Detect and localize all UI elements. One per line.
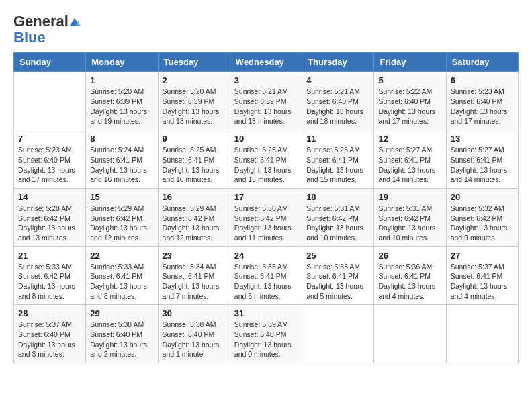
day-info: Sunrise: 5:28 AMSunset: 6:42 PMDaylight:… <box>18 203 81 243</box>
day-info: Sunrise: 5:37 AMSunset: 6:40 PMDaylight:… <box>18 320 81 359</box>
day-info: Sunrise: 5:35 AMSunset: 6:41 PMDaylight:… <box>234 262 298 302</box>
weekday-header-thursday: Thursday <box>302 53 374 72</box>
day-info: Sunrise: 5:31 AMSunset: 6:42 PMDaylight:… <box>378 203 441 243</box>
week-row-2: 7Sunrise: 5:23 AMSunset: 6:40 PMDaylight… <box>14 130 519 189</box>
week-row-5: 28Sunrise: 5:37 AMSunset: 6:40 PMDayligh… <box>14 305 519 363</box>
day-info: Sunrise: 5:29 AMSunset: 6:42 PMDaylight:… <box>163 203 226 243</box>
day-info: Sunrise: 5:23 AMSunset: 6:40 PMDaylight:… <box>18 145 81 185</box>
weekday-header-row: SundayMondayTuesdayWednesdayThursdayFrid… <box>14 53 519 72</box>
day-cell: 30Sunrise: 5:38 AMSunset: 6:40 PMDayligh… <box>158 305 230 363</box>
day-info: Sunrise: 5:33 AMSunset: 6:41 PMDaylight:… <box>90 262 153 302</box>
day-cell <box>374 305 446 363</box>
day-cell <box>446 305 518 363</box>
day-number: 16 <box>163 192 226 202</box>
day-info: Sunrise: 5:20 AMSunset: 6:39 PMDaylight:… <box>90 87 153 126</box>
day-cell: 5Sunrise: 5:22 AMSunset: 6:40 PMDaylight… <box>374 72 446 130</box>
day-number: 2 <box>163 75 226 85</box>
day-info: Sunrise: 5:38 AMSunset: 6:40 PMDaylight:… <box>163 320 226 359</box>
day-cell: 28Sunrise: 5:37 AMSunset: 6:40 PMDayligh… <box>14 305 86 363</box>
logo-icon <box>69 16 81 28</box>
day-number: 11 <box>306 134 369 144</box>
day-cell: 31Sunrise: 5:39 AMSunset: 6:40 PMDayligh… <box>230 305 302 363</box>
day-number: 30 <box>163 308 226 318</box>
week-row-1: 1Sunrise: 5:20 AMSunset: 6:39 PMDaylight… <box>14 72 519 130</box>
day-number: 23 <box>163 250 226 261</box>
day-number: 7 <box>18 134 81 144</box>
day-info: Sunrise: 5:25 AMSunset: 6:41 PMDaylight:… <box>234 145 298 185</box>
day-cell <box>14 72 86 130</box>
day-number: 29 <box>90 308 153 318</box>
day-cell: 9Sunrise: 5:25 AMSunset: 6:41 PMDaylight… <box>158 130 230 189</box>
logo: General Blue <box>13 13 81 46</box>
weekday-header-sunday: Sunday <box>14 53 86 72</box>
day-cell: 16Sunrise: 5:29 AMSunset: 6:42 PMDayligh… <box>158 188 230 246</box>
day-number: 28 <box>18 308 81 318</box>
day-info: Sunrise: 5:21 AMSunset: 6:39 PMDaylight:… <box>234 87 298 126</box>
day-cell: 22Sunrise: 5:33 AMSunset: 6:41 PMDayligh… <box>86 246 158 305</box>
day-cell: 26Sunrise: 5:36 AMSunset: 6:41 PMDayligh… <box>374 246 446 305</box>
day-cell: 7Sunrise: 5:23 AMSunset: 6:40 PMDaylight… <box>14 130 86 189</box>
day-number: 15 <box>90 192 153 202</box>
day-cell: 6Sunrise: 5:23 AMSunset: 6:40 PMDaylight… <box>446 72 518 130</box>
day-info: Sunrise: 5:26 AMSunset: 6:41 PMDaylight:… <box>306 145 369 185</box>
day-cell <box>302 305 374 363</box>
day-number: 4 <box>306 75 369 85</box>
weekday-header-friday: Friday <box>374 53 446 72</box>
day-info: Sunrise: 5:25 AMSunset: 6:41 PMDaylight:… <box>163 145 226 185</box>
day-info: Sunrise: 5:23 AMSunset: 6:40 PMDaylight:… <box>451 87 514 126</box>
day-info: Sunrise: 5:27 AMSunset: 6:41 PMDaylight:… <box>451 145 514 185</box>
day-cell: 10Sunrise: 5:25 AMSunset: 6:41 PMDayligh… <box>230 130 302 189</box>
day-cell: 23Sunrise: 5:34 AMSunset: 6:41 PMDayligh… <box>158 246 230 305</box>
day-number: 19 <box>378 192 441 202</box>
weekday-header-saturday: Saturday <box>446 53 518 72</box>
day-number: 22 <box>90 250 153 261</box>
day-cell: 24Sunrise: 5:35 AMSunset: 6:41 PMDayligh… <box>230 246 302 305</box>
day-number: 17 <box>234 192 298 202</box>
day-info: Sunrise: 5:29 AMSunset: 6:42 PMDaylight:… <box>90 203 153 243</box>
day-cell: 27Sunrise: 5:37 AMSunset: 6:41 PMDayligh… <box>446 246 518 305</box>
day-number: 9 <box>163 134 226 144</box>
page-header: General Blue <box>13 13 519 46</box>
day-cell: 21Sunrise: 5:33 AMSunset: 6:42 PMDayligh… <box>14 246 86 305</box>
day-cell: 20Sunrise: 5:32 AMSunset: 6:42 PMDayligh… <box>446 188 518 246</box>
weekday-header-wednesday: Wednesday <box>230 53 302 72</box>
day-cell: 8Sunrise: 5:24 AMSunset: 6:41 PMDaylight… <box>86 130 158 189</box>
day-cell: 18Sunrise: 5:31 AMSunset: 6:42 PMDayligh… <box>302 188 374 246</box>
day-info: Sunrise: 5:35 AMSunset: 6:41 PMDaylight:… <box>306 262 369 302</box>
day-number: 3 <box>234 75 298 85</box>
day-cell: 4Sunrise: 5:21 AMSunset: 6:40 PMDaylight… <box>302 72 374 130</box>
weekday-header-tuesday: Tuesday <box>158 53 230 72</box>
day-cell: 1Sunrise: 5:20 AMSunset: 6:39 PMDaylight… <box>86 72 158 130</box>
day-cell: 14Sunrise: 5:28 AMSunset: 6:42 PMDayligh… <box>14 188 86 246</box>
day-info: Sunrise: 5:33 AMSunset: 6:42 PMDaylight:… <box>18 262 81 302</box>
day-info: Sunrise: 5:31 AMSunset: 6:42 PMDaylight:… <box>306 203 369 243</box>
day-info: Sunrise: 5:24 AMSunset: 6:41 PMDaylight:… <box>90 145 153 185</box>
day-info: Sunrise: 5:38 AMSunset: 6:40 PMDaylight:… <box>90 320 153 359</box>
logo-text: General Blue <box>13 13 81 46</box>
day-number: 13 <box>451 134 514 144</box>
day-info: Sunrise: 5:27 AMSunset: 6:41 PMDaylight:… <box>378 145 441 185</box>
week-row-4: 21Sunrise: 5:33 AMSunset: 6:42 PMDayligh… <box>14 246 519 305</box>
day-info: Sunrise: 5:20 AMSunset: 6:39 PMDaylight:… <box>163 87 226 126</box>
day-info: Sunrise: 5:37 AMSunset: 6:41 PMDaylight:… <box>451 262 514 302</box>
day-info: Sunrise: 5:22 AMSunset: 6:40 PMDaylight:… <box>378 87 441 126</box>
logo-container: General Blue <box>13 13 81 46</box>
day-cell: 3Sunrise: 5:21 AMSunset: 6:39 PMDaylight… <box>230 72 302 130</box>
day-number: 20 <box>451 192 514 202</box>
calendar-table: SundayMondayTuesdayWednesdayThursdayFrid… <box>13 52 519 363</box>
day-cell: 25Sunrise: 5:35 AMSunset: 6:41 PMDayligh… <box>302 246 374 305</box>
day-cell: 29Sunrise: 5:38 AMSunset: 6:40 PMDayligh… <box>86 305 158 363</box>
day-number: 1 <box>90 75 153 85</box>
day-cell: 15Sunrise: 5:29 AMSunset: 6:42 PMDayligh… <box>86 188 158 246</box>
day-cell: 12Sunrise: 5:27 AMSunset: 6:41 PMDayligh… <box>374 130 446 189</box>
day-number: 10 <box>234 134 298 144</box>
week-row-3: 14Sunrise: 5:28 AMSunset: 6:42 PMDayligh… <box>14 188 519 246</box>
day-cell: 19Sunrise: 5:31 AMSunset: 6:42 PMDayligh… <box>374 188 446 246</box>
day-info: Sunrise: 5:21 AMSunset: 6:40 PMDaylight:… <box>306 87 369 126</box>
day-info: Sunrise: 5:39 AMSunset: 6:40 PMDaylight:… <box>234 320 298 359</box>
day-number: 26 <box>378 250 441 261</box>
day-number: 5 <box>378 75 441 85</box>
day-number: 27 <box>451 250 514 261</box>
weekday-header-monday: Monday <box>86 53 158 72</box>
day-cell: 13Sunrise: 5:27 AMSunset: 6:41 PMDayligh… <box>446 130 518 189</box>
